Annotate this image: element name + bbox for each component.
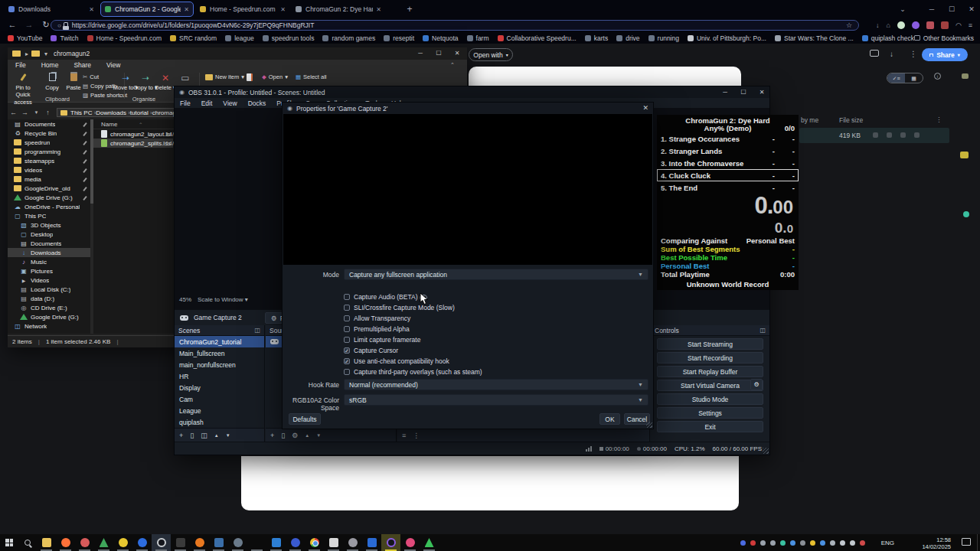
tray-icon[interactable]: [820, 540, 825, 546]
scene-item[interactable]: HR: [175, 370, 264, 382]
account-icon[interactable]: ◠: [956, 21, 962, 29]
resize-grip[interactable]: [763, 448, 769, 454]
popout-icon[interactable]: ◫: [760, 327, 766, 334]
control-button[interactable]: Start Replay Buffer: [657, 366, 763, 377]
quick-access-toolbar-icon[interactable]: ▸: [25, 51, 28, 57]
sidebar-item[interactable]: Network: [8, 321, 90, 331]
menu-item[interactable]: Edit: [196, 99, 218, 107]
new-item-button[interactable]: New item ▾: [205, 73, 244, 80]
bookmark-item[interactable]: Home - Speedrun.com: [87, 34, 162, 42]
tab-close-icon[interactable]: ✕: [184, 6, 189, 13]
checkbox[interactable]: [344, 326, 350, 332]
downloads-icon[interactable]: ↓: [876, 21, 880, 29]
scene-item[interactable]: quiplash: [175, 416, 264, 428]
start-button[interactable]: [0, 534, 18, 551]
control-button[interactable]: Start Virtual Camera: [657, 380, 763, 391]
menu-item[interactable]: File: [175, 99, 196, 107]
taskbar-app-icon[interactable]: [420, 534, 439, 551]
sidebar-item[interactable]: media: [8, 174, 90, 184]
taskbar-app-icon[interactable]: [400, 534, 420, 551]
dialog-title-bar[interactable]: ◉ Properties for 'Game Capture 2': [283, 103, 653, 114]
obs-minimize-button[interactable]: ─: [717, 86, 733, 98]
breadcrumb-segment[interactable]: This PC: [70, 109, 96, 116]
control-button[interactable]: Settings: [657, 407, 763, 419]
kebab-menu-icon[interactable]: ⋮: [413, 432, 420, 439]
taskbar-app-icon[interactable]: [266, 534, 286, 551]
sidebar-item[interactable]: steamapps: [8, 156, 90, 165]
list-tabs-icon[interactable]: ⌄: [893, 0, 913, 18]
comment-icon[interactable]: [870, 50, 879, 57]
bookmark-item[interactable]: reseptit: [384, 34, 414, 42]
explorer-close-button[interactable]: ✕: [449, 47, 466, 60]
extension-icon[interactable]: [912, 21, 920, 29]
taskbar-app-icon[interactable]: [113, 534, 132, 551]
back-icon[interactable]: ←: [6, 20, 18, 29]
taskbar-app-icon[interactable]: [37, 534, 56, 551]
obs-maximize-button[interactable]: ☐: [736, 86, 751, 98]
dialog-close-button[interactable]: ✕: [642, 104, 648, 112]
browser-minimize-button[interactable]: ─: [922, 0, 942, 18]
breadcrumb-segment[interactable]: tutorial: [130, 109, 152, 116]
bookmark-item[interactable]: Netquota: [423, 34, 459, 42]
taskbar-app-icon[interactable]: [247, 534, 266, 551]
add-icon[interactable]: +: [179, 432, 183, 439]
sidebar-item[interactable]: Google Drive (G:): [8, 193, 90, 202]
taskbar-app-icon[interactable]: [305, 534, 324, 551]
tray-icon[interactable]: [850, 540, 855, 546]
virtual-camera-settings-icon[interactable]: ⚙: [750, 379, 763, 390]
scene-item[interactable]: Cam: [175, 393, 264, 405]
tray-icon[interactable]: [800, 540, 805, 546]
ribbon-tab[interactable]: View: [99, 60, 128, 70]
checkbox-row[interactable]: Capture Cursor: [344, 347, 482, 354]
move-up-icon[interactable]: ▲: [305, 433, 309, 438]
forward-icon[interactable]: →: [19, 109, 31, 116]
action-icon[interactable]: [873, 132, 878, 138]
tray-icon[interactable]: [770, 540, 776, 546]
checkbox-row[interactable]: Premultiplied Alpha: [344, 325, 482, 333]
ribbon-tab[interactable]: Home: [34, 60, 67, 70]
bookmark-item[interactable]: quiplash check: [862, 34, 914, 42]
browser-tab[interactable]: ChromaGun 2: Dye Hard - Spe ✕: [292, 2, 385, 17]
name-column-header[interactable]: Name: [101, 121, 117, 128]
control-button[interactable]: Start Streaming: [657, 338, 763, 350]
browser-tab[interactable]: ChromaGun 2 - Google Drive ✕: [100, 2, 194, 17]
bookmark-item[interactable]: YouTube: [8, 34, 42, 42]
bookmark-item[interactable]: random games: [322, 34, 375, 42]
modified-column-header[interactable]: by me: [801, 116, 818, 124]
taskbar-app-icon[interactable]: [362, 534, 381, 551]
bookmark-item[interactable]: farm: [467, 34, 489, 42]
sidebar-item[interactable]: Recycle Bin: [8, 129, 90, 138]
ribbon-tab[interactable]: File: [8, 60, 34, 70]
taskbar-app-icon[interactable]: [132, 534, 152, 551]
checkbox-row[interactable]: Use anti-cheat compatibility hook: [344, 357, 482, 365]
ribbon-tab[interactable]: Share: [66, 60, 99, 70]
sidebar-item[interactable]: This PC: [8, 211, 90, 220]
kebab-menu-icon[interactable]: ⋮: [910, 50, 917, 58]
sidebar-item[interactable]: Music: [8, 257, 90, 266]
open-with-button[interactable]: Open with ▾: [469, 48, 513, 61]
select-all-button[interactable]: ▦ Select all: [296, 73, 327, 80]
control-button[interactable]: Start Recording: [657, 352, 763, 364]
language-indicator[interactable]: ENG: [881, 540, 894, 546]
home-icon[interactable]: ⌂: [886, 21, 890, 29]
sidebar-item[interactable]: Google Drive (G:): [8, 312, 90, 321]
bookmark-item[interactable]: league: [225, 34, 254, 42]
explorer-minimize-button[interactable]: ─: [412, 47, 429, 60]
menu-icon[interactable]: ≡: [969, 21, 972, 29]
move-up-icon[interactable]: ▲: [214, 433, 219, 438]
tab-close-icon[interactable]: ✕: [89, 6, 94, 13]
obs-close-button[interactable]: ✕: [754, 86, 769, 98]
control-button[interactable]: Studio Mode: [657, 393, 763, 405]
sidebar-item[interactable]: Documents: [8, 239, 90, 248]
sidebar-item[interactable]: 3D Objects: [8, 220, 90, 230]
back-icon[interactable]: ←: [8, 109, 19, 116]
cut-button[interactable]: ✂ Cut: [83, 73, 99, 80]
popout-icon[interactable]: ◫: [254, 327, 260, 334]
tray-icon[interactable]: [860, 540, 865, 546]
browser-close-button[interactable]: ✕: [962, 0, 980, 18]
sidebar-item[interactable]: OneDrive - Personal: [8, 202, 90, 211]
scene-item[interactable]: Display: [175, 382, 264, 393]
move-down-icon[interactable]: ▼: [226, 433, 230, 438]
taskbar-app-icon[interactable]: [286, 534, 305, 551]
livesplit-window[interactable]: ChromaGun 2: Dye Hard Any% (Demo) 0/0 1.…: [657, 115, 799, 290]
